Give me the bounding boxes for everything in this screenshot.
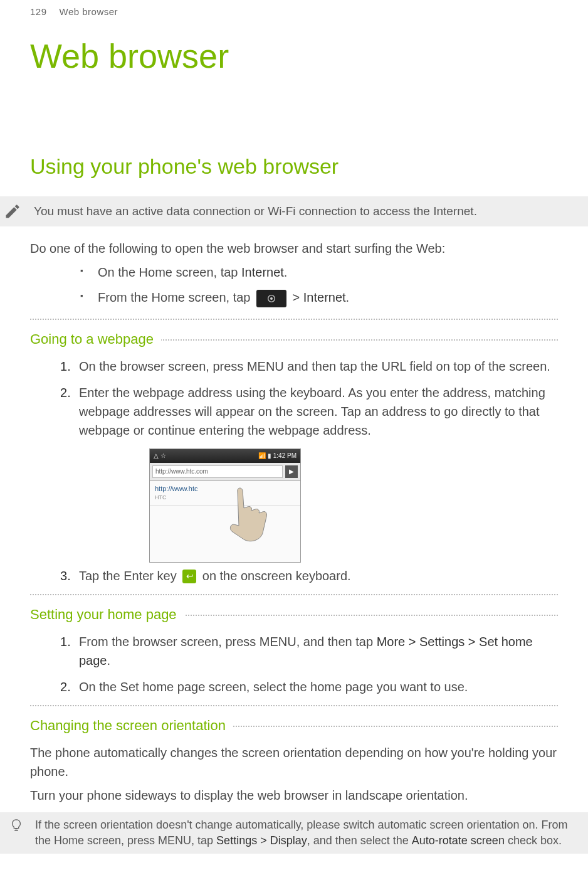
pencil-icon — [0, 203, 25, 220]
pointing-hand-icon — [225, 483, 275, 546]
all-apps-icon — [256, 290, 286, 307]
orientation-paragraph-1: The phone automatically changes the scre… — [30, 743, 558, 781]
tip-text: If the screen orientation doesn't change… — [35, 817, 579, 849]
going-to-webpage-steps-cont: Tap the Enter key on the onscreen keyboa… — [30, 566, 558, 585]
list-item: From the browser screen, press MENU, and… — [60, 632, 558, 670]
list-item: On the Set home page screen, select the … — [60, 677, 558, 696]
page-number: 129 — [30, 5, 47, 19]
running-head: Web browser — [60, 5, 118, 19]
section-title: Using your phone's web browser — [30, 151, 558, 183]
subsection-setting-home-page: Setting your home page — [30, 604, 184, 625]
list-item: Tap the Enter key on the onscreen keyboa… — [60, 566, 558, 585]
going-to-webpage-steps: On the browser screen, press MENU and th… — [30, 357, 558, 440]
divider — [30, 594, 558, 595]
go-button-icon: ▶ — [285, 465, 298, 478]
subsection-going-to-webpage: Going to a webpage — [30, 329, 161, 349]
list-item: Enter the webpage address using the keyb… — [60, 383, 558, 440]
list-item: On the Home screen, tap Internet. — [80, 263, 558, 282]
note-callout: You must have an active data connection … — [0, 196, 588, 227]
note-text: You must have an active data connection … — [34, 203, 477, 221]
page-header: 129 Web browser — [30, 0, 558, 19]
svg-point-1 — [270, 297, 273, 300]
list-item: On the browser screen, press MENU and th… — [60, 357, 558, 376]
divider — [30, 319, 558, 320]
list-item: From the Home screen, tap > Internet. — [80, 288, 558, 307]
open-browser-options: On the Home screen, tap Internet. From t… — [30, 263, 558, 307]
tip-callout: If the screen orientation doesn't change… — [0, 812, 588, 854]
browser-url-screenshot: △ ☆ 📶 ▮ 1:42 PM http://www.htc.com ▶ htt… — [149, 448, 301, 563]
home-page-steps: From the browser screen, press MENU, and… — [30, 632, 558, 696]
chapter-title: Web browser — [30, 31, 558, 82]
intro-paragraph: Do one of the following to open the web … — [30, 239, 558, 258]
url-field: http://www.htc.com — [152, 465, 283, 478]
subsection-screen-orientation: Changing the screen orientation — [30, 715, 233, 736]
lightbulb-icon — [4, 817, 29, 832]
enter-key-icon — [182, 570, 196, 583]
divider — [30, 705, 558, 706]
orientation-paragraph-2: Turn your phone sideways to display the … — [30, 786, 558, 805]
